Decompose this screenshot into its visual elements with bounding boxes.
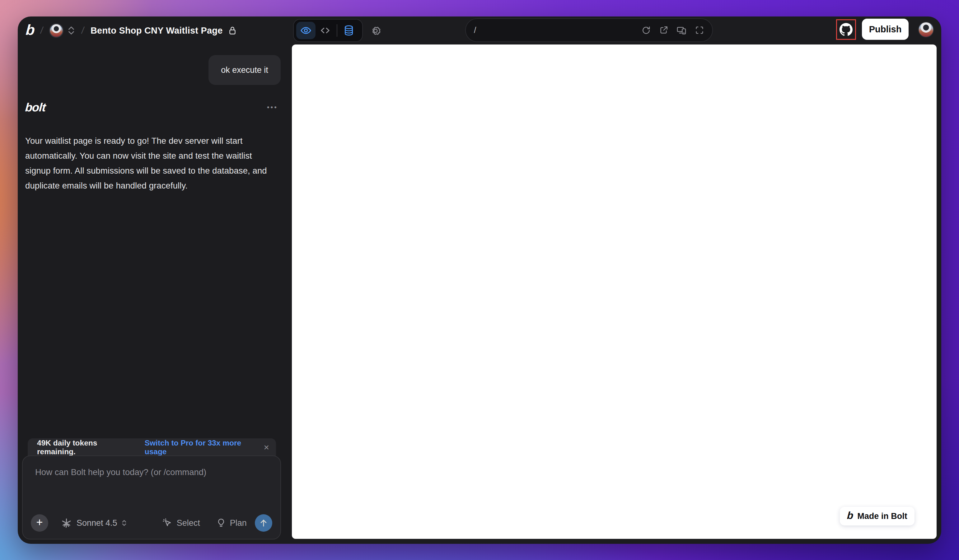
code-icon	[320, 25, 330, 36]
made-in-bolt-badge[interactable]: b Made in Bolt	[840, 507, 914, 525]
arrow-up-icon	[258, 518, 269, 528]
breadcrumb-separator: /	[40, 25, 44, 36]
close-icon[interactable]: ×	[264, 443, 269, 452]
fullscreen-icon[interactable]	[695, 25, 704, 35]
model-selector[interactable]: Sonnet 4.5	[61, 518, 127, 528]
github-icon	[840, 23, 852, 36]
attach-button[interactable]: +	[31, 514, 48, 532]
settings-button[interactable]	[369, 24, 382, 38]
site-preview-pane[interactable]: b Made in Bolt	[292, 45, 937, 539]
composer-toolbar: + Sonnet 4.5 Select Pl	[31, 514, 272, 532]
url-path[interactable]: /	[474, 25, 641, 35]
user-message-bubble: ok execute it	[209, 55, 281, 85]
preview-url-bar[interactable]: /	[465, 18, 713, 42]
bolt-wordmark: bolt	[25, 101, 46, 114]
model-starburst-icon	[61, 518, 72, 528]
made-in-bolt-label: Made in Bolt	[857, 511, 907, 521]
gear-icon	[370, 25, 381, 37]
database-button[interactable]	[339, 22, 358, 39]
breadcrumb: b / / Bento Shop CNY Waitlist Page	[26, 16, 237, 45]
token-limit-banner: 49K daily tokens remaining. Switch to Pr…	[28, 438, 276, 456]
open-external-icon[interactable]	[659, 25, 668, 35]
code-toggle-button[interactable]	[315, 22, 335, 39]
assistant-message-text: Your waitlist page is ready to go! The d…	[25, 134, 274, 193]
lightbulb-icon	[216, 518, 226, 528]
reload-icon[interactable]	[641, 25, 651, 35]
workspace-avatar[interactable]	[49, 23, 64, 38]
responsive-devices-icon[interactable]	[677, 25, 687, 35]
bolt-logo[interactable]: b	[25, 22, 35, 39]
lock-icon	[228, 25, 237, 35]
assistant-message-header: bolt •••	[25, 100, 281, 115]
toolbar-divider	[337, 24, 337, 37]
switch-to-pro-link[interactable]: Switch to Pro for 33x more usage	[145, 439, 264, 456]
publish-button[interactable]: Publish	[862, 19, 909, 40]
more-options-icon[interactable]: •••	[267, 104, 281, 111]
database-icon	[344, 25, 354, 36]
app-window: b / / Bento Shop CNY Waitlist Page	[18, 16, 941, 544]
select-tool-button[interactable]: Select	[162, 518, 200, 528]
breadcrumb-separator-2: /	[81, 25, 85, 36]
workspace-switcher-icon[interactable]	[67, 26, 75, 35]
project-title[interactable]: Bento Shop CNY Waitlist Page	[91, 25, 223, 36]
user-avatar[interactable]	[918, 22, 934, 37]
eye-icon	[300, 25, 311, 36]
model-chevron-icon	[121, 519, 127, 527]
cursor-select-icon	[162, 518, 173, 528]
plan-mode-button[interactable]: Plan	[216, 518, 247, 528]
view-mode-toolbar	[293, 19, 363, 42]
github-connect-button[interactable]	[836, 19, 856, 40]
plan-label: Plan	[230, 518, 247, 528]
model-label: Sonnet 4.5	[76, 518, 117, 528]
bolt-badge-logo: b	[847, 510, 854, 523]
tokens-remaining-text: 49K daily tokens remaining.	[37, 439, 137, 456]
send-button[interactable]	[255, 514, 272, 532]
chat-input[interactable]	[23, 456, 280, 503]
preview-toggle-button[interactable]	[296, 22, 315, 39]
select-label: Select	[177, 518, 200, 528]
chat-composer: + Sonnet 4.5 Select Pl	[22, 455, 281, 539]
top-bar: b / / Bento Shop CNY Waitlist Page	[18, 16, 941, 45]
